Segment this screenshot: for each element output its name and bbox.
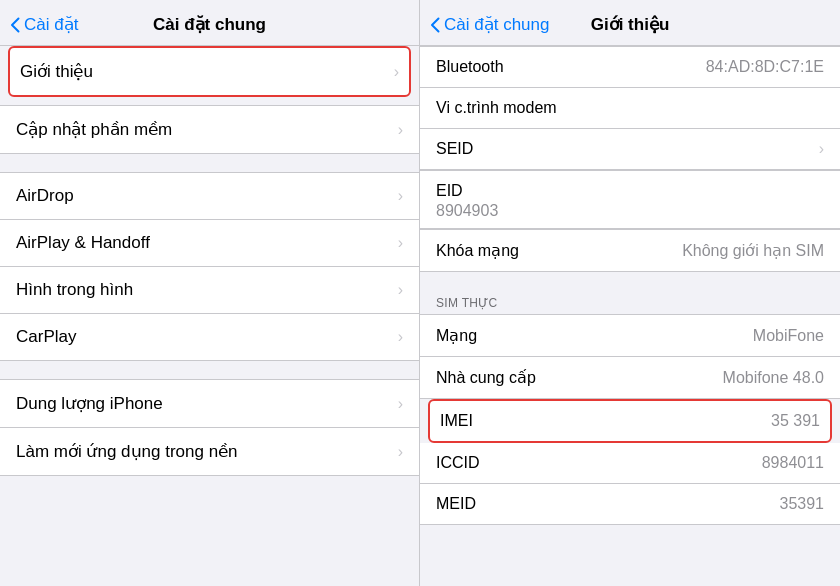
list-item-label: Dung lượng iPhone <box>16 393 163 414</box>
info-label-mang: Mạng <box>436 326 477 345</box>
info-value-bluetooth: 84:AD:8D:C7:1E <box>706 58 824 76</box>
info-label-khoa-mang: Khóa mạng <box>436 241 519 260</box>
chevron-icon: › <box>398 234 403 252</box>
list-item-label: Làm mới ứng dụng trong nền <box>16 441 238 462</box>
list-item-dung-luong[interactable]: Dung lượng iPhone › <box>0 379 419 428</box>
right-title: Giới thiệu <box>591 14 670 35</box>
info-value-nha-cung-cap: Mobifone 48.0 <box>723 369 824 387</box>
list-item-label: Giới thiệu <box>20 61 93 82</box>
list-item-label: AirDrop <box>16 186 74 206</box>
list-item-label: CarPlay <box>16 327 76 347</box>
right-info-list: Bluetooth 84:AD:8D:C7:1E Vi c.trình mode… <box>420 46 840 525</box>
chevron-icon: › <box>398 187 403 205</box>
list-item-airdrop[interactable]: AirDrop › <box>0 172 419 220</box>
list-item-hinh-trong-hinh[interactable]: Hình trong hình › <box>0 267 419 314</box>
info-value-iccid: 8984011 <box>762 454 824 472</box>
info-value-meid: 35391 <box>780 495 825 513</box>
chevron-icon: › <box>398 281 403 299</box>
info-item-bluetooth: Bluetooth 84:AD:8D:C7:1E <box>420 46 840 88</box>
list-item-label: Hình trong hình <box>16 280 133 300</box>
left-group3: Dung lượng iPhone › Làm mới ứng dụng tro… <box>0 379 419 476</box>
list-item-gioi-thieu[interactable]: Giới thiệu › <box>8 46 411 97</box>
list-item-label: Cập nhật phần mềm <box>16 119 172 140</box>
info-label-iccid: ICCID <box>436 454 480 472</box>
chevron-icon: › <box>398 121 403 139</box>
info-label-nha-cung-cap: Nhà cung cấp <box>436 368 536 387</box>
list-item-label: AirPlay & Handoff <box>16 233 150 253</box>
list-item-lam-moi[interactable]: Làm mới ứng dụng trong nền › <box>0 428 419 476</box>
right-back-button[interactable]: Cài đặt chung <box>430 14 549 35</box>
left-group2: AirDrop › AirPlay & Handoff › Hình trong… <box>0 172 419 361</box>
divider1 <box>420 272 840 290</box>
info-value-imei: 35 391 <box>771 412 820 430</box>
info-item-mang: Mạng MobiFone <box>420 314 840 357</box>
right-back-label: Cài đặt chung <box>444 14 549 35</box>
info-item-nha-cung-cap: Nhà cung cấp Mobifone 48.0 <box>420 357 840 399</box>
eid-subvalue: 8904903 <box>420 200 840 229</box>
list-item-carplay[interactable]: CarPlay › <box>0 314 419 361</box>
list-item-cap-nhat[interactable]: Cập nhật phần mềm › <box>0 105 419 154</box>
sim-section-header: SIM THỰC <box>420 290 840 314</box>
chevron-icon: › <box>398 395 403 413</box>
info-label-imei: IMEI <box>440 412 473 430</box>
left-back-button[interactable]: Cài đặt <box>10 14 78 35</box>
left-title: Cài đặt chung <box>153 14 266 35</box>
info-label-meid: MEID <box>436 495 476 513</box>
info-label-seid: SEID <box>436 140 473 158</box>
left-group1: Giới thiệu › Cập nhật phần mềm › <box>0 46 419 154</box>
info-item-khoa-mang: Khóa mạng Không giới hạn SIM <box>420 229 840 272</box>
chevron-icon-seid: › <box>819 140 824 158</box>
chevron-icon: › <box>398 328 403 346</box>
info-item-iccid: ICCID 8984011 <box>420 443 840 484</box>
left-panel: Cài đặt Cài đặt chung Giới thiệu › Cập n… <box>0 0 420 586</box>
info-item-eid: EID <box>420 170 840 200</box>
info-item-modem: Vi c.trình modem <box>420 88 840 129</box>
info-item-seid[interactable]: SEID › <box>420 129 840 170</box>
info-item-imei: IMEI 35 391 <box>428 399 832 443</box>
info-label-eid: EID <box>436 182 463 199</box>
info-item-meid: MEID 35391 <box>420 484 840 525</box>
info-value-mang: MobiFone <box>753 327 824 345</box>
eid-value: 8904903 <box>436 202 498 219</box>
left-nav-header: Cài đặt Cài đặt chung <box>0 0 419 46</box>
list-item-airplay[interactable]: AirPlay & Handoff › <box>0 220 419 267</box>
info-label-bluetooth: Bluetooth <box>436 58 504 76</box>
chevron-icon: › <box>394 63 399 81</box>
info-value-khoa-mang: Không giới hạn SIM <box>682 241 824 260</box>
chevron-icon: › <box>398 443 403 461</box>
right-panel: Cài đặt chung Giới thiệu Bluetooth 84:AD… <box>420 0 840 586</box>
right-nav-header: Cài đặt chung Giới thiệu <box>420 0 840 46</box>
info-label-modem: Vi c.trình modem <box>436 99 557 117</box>
left-back-label: Cài đặt <box>24 14 78 35</box>
